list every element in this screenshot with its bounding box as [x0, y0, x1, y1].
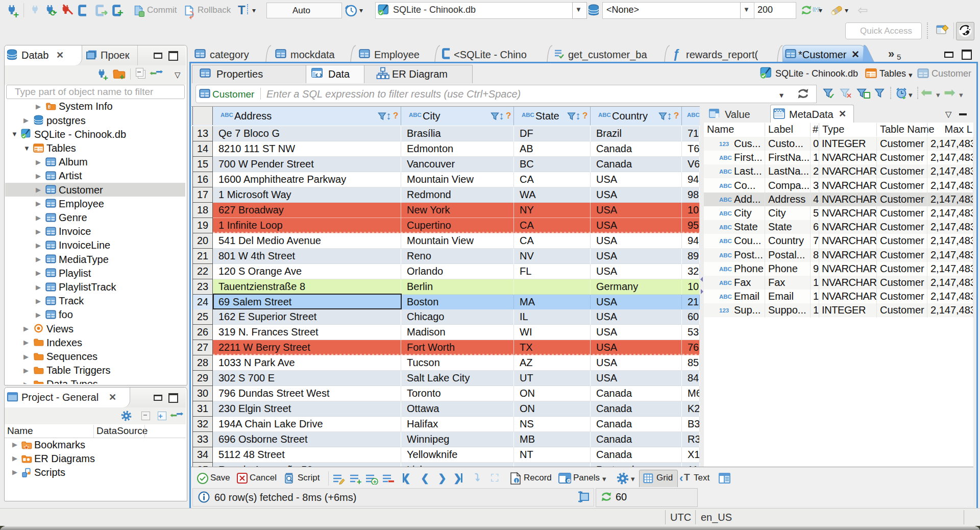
svg-text:+: + — [373, 478, 377, 485]
svg-text:i: i — [516, 478, 517, 484]
svg-text:⚙: ⚙ — [567, 478, 571, 484]
svg-text:+: + — [357, 477, 361, 485]
